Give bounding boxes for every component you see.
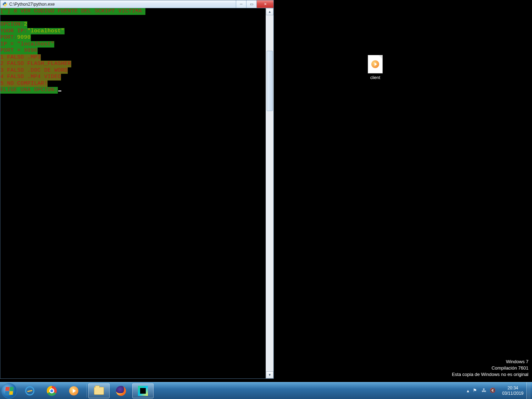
console-menu-item: 3 FALSO .DOC DE WORD xyxy=(0,67,68,74)
console-prompt-opcion: OPCION: xyxy=(0,21,24,28)
volume-icon[interactable]: 🔇 xyxy=(490,388,496,394)
windows-logo-icon xyxy=(5,387,13,395)
console-line: [*] 8 VER CODIGO FUENTE DEL SCRIPT VICTI… xyxy=(0,8,145,15)
console-menu-item: 4 FALSO .MP4 VIDEO xyxy=(0,74,61,81)
console-echo-port: PORT = 9090 xyxy=(0,48,38,54)
start-button[interactable] xyxy=(1,383,17,399)
ie-icon xyxy=(24,386,35,396)
console-input-ip: "localhost" xyxy=(27,28,65,35)
windows-watermark: Windows 7 Compilación 7601 Esta copia de… xyxy=(452,359,528,378)
python-icon xyxy=(2,2,7,7)
taskbar: ▲ ⚑ 🖧 🔇 20:34 03/11/2019 xyxy=(0,382,532,399)
close-button[interactable]: ✕ xyxy=(256,0,273,8)
pycharm-icon xyxy=(138,386,148,396)
desktop-icon-label: client xyxy=(361,75,390,80)
firefox-icon xyxy=(116,386,126,396)
network-icon[interactable]: 🖧 xyxy=(481,388,487,394)
scroll-down-button[interactable]: ▼ xyxy=(266,371,273,378)
console-menu-item: 2 FALSO FLASH_FLASHER xyxy=(0,61,71,67)
console-window: C:\Python27\python.exe ─ ▭ ✕ [*] 8 VER C… xyxy=(0,0,274,379)
folder-icon xyxy=(94,386,104,396)
media-file-icon xyxy=(368,55,383,73)
taskbar-separator xyxy=(87,384,87,398)
taskbar-item-pycharm[interactable] xyxy=(132,383,154,398)
taskbar-item-explorer[interactable] xyxy=(88,383,110,398)
maximize-button[interactable]: ▭ xyxy=(246,0,256,8)
taskbar-item-media-player[interactable] xyxy=(63,383,84,398)
taskbar-clock[interactable]: 20:34 03/11/2019 xyxy=(499,386,526,396)
chrome-icon xyxy=(46,386,57,396)
cursor xyxy=(58,90,61,92)
taskbar-item-chrome[interactable] xyxy=(41,383,62,398)
console-prompt-elige: ELIGE UNA OPCION: xyxy=(0,87,58,94)
show-desktop-button[interactable] xyxy=(526,382,531,399)
scroll-thumb[interactable] xyxy=(267,51,273,111)
tray-overflow-button[interactable]: ▲ xyxy=(466,389,470,393)
taskbar-item-firefox[interactable] xyxy=(110,383,132,398)
console-prompt-port: PORT: xyxy=(0,34,17,41)
system-tray: ▲ ⚑ 🖧 🔇 20:34 03/11/2019 xyxy=(466,382,532,399)
console-prompt-ip: YUOR IP: xyxy=(0,28,27,35)
title-bar[interactable]: C:\Python27\python.exe ─ ▭ ✕ xyxy=(0,0,273,8)
taskbar-item-ie[interactable] xyxy=(19,383,40,398)
scrollbar-vertical[interactable]: ▲ ▼ xyxy=(266,8,273,378)
desktop-icon-client[interactable]: client xyxy=(361,55,390,80)
console-menu-item: 1 FALSO .MP3 xyxy=(0,54,41,61)
console-echo-ip: IP = "localhost" xyxy=(0,41,54,48)
console-input-port: 9090 xyxy=(17,34,31,41)
action-center-icon[interactable]: ⚑ xyxy=(472,388,478,394)
window-title: C:\Python27\python.exe xyxy=(9,2,55,7)
console-output[interactable]: [*] 8 VER CODIGO FUENTE DEL SCRIPT VICTI… xyxy=(0,8,266,378)
minimize-button[interactable]: ─ xyxy=(236,0,246,8)
console-input-opcion: 2 xyxy=(24,21,28,28)
console-menu-item: 5 NO COMPILAR! xyxy=(0,81,48,87)
media-player-icon xyxy=(68,386,79,396)
scroll-up-button[interactable]: ▲ xyxy=(266,8,273,15)
